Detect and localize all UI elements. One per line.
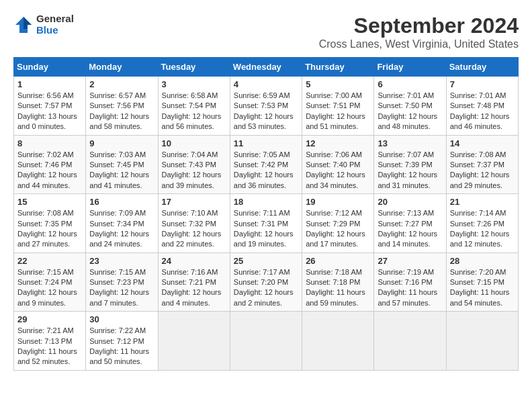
day-number: 16: [89, 197, 154, 207]
day-number: 18: [234, 197, 298, 207]
svg-marker-1: [24, 17, 32, 29]
day-number: 21: [450, 197, 515, 207]
calendar-cell: 1Sunrise: 6:56 AMSunset: 7:57 PMDaylight…: [14, 77, 86, 136]
page-subtitle: Cross Lanes, West Virginia, United State…: [319, 38, 519, 50]
calendar-cell: 14Sunrise: 7:08 AMSunset: 7:37 PMDayligh…: [446, 135, 518, 194]
calendar-cell: 13Sunrise: 7:07 AMSunset: 7:39 PMDayligh…: [374, 135, 446, 194]
day-info: Sunrise: 7:06 AMSunset: 7:40 PMDaylight:…: [306, 150, 370, 191]
day-number: 19: [306, 197, 370, 207]
day-info: Sunrise: 7:10 AMSunset: 7:32 PMDaylight:…: [162, 208, 226, 250]
calendar-cell: 10Sunrise: 7:04 AMSunset: 7:43 PMDayligh…: [158, 135, 230, 194]
calendar-cell: [374, 312, 446, 371]
day-number: 3: [162, 79, 226, 89]
header-cell-monday: Monday: [86, 58, 158, 77]
calendar-cell: 24Sunrise: 7:16 AMSunset: 7:21 PMDayligh…: [158, 253, 230, 312]
day-info: Sunrise: 7:22 AMSunset: 7:12 PMDaylight:…: [89, 326, 154, 367]
calendar-body: 1Sunrise: 6:56 AMSunset: 7:57 PMDaylight…: [14, 77, 519, 371]
day-number: 8: [17, 138, 82, 148]
header-row: SundayMondayTuesdayWednesdayThursdayFrid…: [14, 58, 519, 77]
calendar-cell: 21Sunrise: 7:14 AMSunset: 7:26 PMDayligh…: [446, 194, 518, 253]
calendar-cell: [446, 312, 518, 371]
calendar-cell: 22Sunrise: 7:15 AMSunset: 7:24 PMDayligh…: [14, 253, 86, 312]
calendar-week-2: 8Sunrise: 7:02 AMSunset: 7:46 PMDaylight…: [14, 135, 519, 194]
logo-general-text: General: [36, 13, 74, 25]
calendar-cell: 15Sunrise: 7:08 AMSunset: 7:35 PMDayligh…: [14, 194, 86, 253]
logo-icon: [13, 15, 34, 35]
day-info: Sunrise: 7:04 AMSunset: 7:43 PMDaylight:…: [162, 150, 226, 191]
day-number: 20: [378, 197, 442, 207]
day-info: Sunrise: 7:07 AMSunset: 7:39 PMDaylight:…: [378, 150, 442, 191]
header-cell-tuesday: Tuesday: [158, 58, 230, 77]
calendar-week-4: 22Sunrise: 7:15 AMSunset: 7:24 PMDayligh…: [14, 253, 519, 312]
calendar-cell: [158, 312, 230, 371]
day-info: Sunrise: 7:20 AMSunset: 7:15 PMDaylight:…: [450, 267, 515, 309]
day-info: Sunrise: 7:21 AMSunset: 7:13 PMDaylight:…: [17, 326, 82, 367]
header-cell-friday: Friday: [374, 58, 446, 77]
day-info: Sunrise: 7:09 AMSunset: 7:34 PMDaylight:…: [89, 208, 154, 250]
header-cell-saturday: Saturday: [446, 58, 518, 77]
header-cell-thursday: Thursday: [302, 58, 374, 77]
calendar-header: SundayMondayTuesdayWednesdayThursdayFrid…: [14, 58, 519, 77]
day-number: 11: [234, 138, 298, 148]
calendar-cell: 25Sunrise: 7:17 AMSunset: 7:20 PMDayligh…: [230, 253, 302, 312]
day-info: Sunrise: 6:57 AMSunset: 7:56 PMDaylight:…: [89, 91, 154, 132]
day-info: Sunrise: 7:11 AMSunset: 7:31 PMDaylight:…: [234, 208, 298, 250]
page-title: September 2024: [319, 13, 519, 38]
day-info: Sunrise: 7:05 AMSunset: 7:42 PMDaylight:…: [234, 150, 298, 191]
day-info: Sunrise: 6:58 AMSunset: 7:54 PMDaylight:…: [162, 91, 226, 132]
calendar-cell: 5Sunrise: 7:00 AMSunset: 7:51 PMDaylight…: [302, 77, 374, 136]
day-info: Sunrise: 7:18 AMSunset: 7:18 PMDaylight:…: [306, 267, 370, 309]
day-number: 1: [17, 79, 82, 89]
day-number: 14: [450, 138, 515, 148]
day-info: Sunrise: 7:16 AMSunset: 7:21 PMDaylight:…: [162, 267, 226, 309]
calendar-cell: [230, 312, 302, 371]
header-cell-sunday: Sunday: [14, 58, 86, 77]
day-number: 23: [89, 256, 154, 266]
calendar-cell: 12Sunrise: 7:06 AMSunset: 7:40 PMDayligh…: [302, 135, 374, 194]
day-number: 10: [162, 138, 226, 148]
day-number: 17: [162, 197, 226, 207]
day-number: 4: [234, 79, 298, 89]
day-number: 22: [17, 256, 82, 266]
calendar-week-3: 15Sunrise: 7:08 AMSunset: 7:35 PMDayligh…: [14, 194, 519, 253]
calendar-cell: 19Sunrise: 7:12 AMSunset: 7:29 PMDayligh…: [302, 194, 374, 253]
day-number: 5: [306, 79, 370, 89]
title-area: September 2024 Cross Lanes, West Virgini…: [319, 13, 519, 50]
day-info: Sunrise: 7:19 AMSunset: 7:16 PMDaylight:…: [378, 267, 442, 309]
calendar-week-5: 29Sunrise: 7:21 AMSunset: 7:13 PMDayligh…: [14, 312, 519, 371]
day-info: Sunrise: 7:15 AMSunset: 7:23 PMDaylight:…: [89, 267, 154, 309]
day-number: 6: [378, 79, 442, 89]
day-info: Sunrise: 7:12 AMSunset: 7:29 PMDaylight:…: [306, 208, 370, 250]
calendar-cell: 2Sunrise: 6:57 AMSunset: 7:56 PMDaylight…: [86, 77, 158, 136]
day-info: Sunrise: 7:01 AMSunset: 7:48 PMDaylight:…: [450, 91, 515, 132]
calendar-cell: 20Sunrise: 7:13 AMSunset: 7:27 PMDayligh…: [374, 194, 446, 253]
calendar-cell: 3Sunrise: 6:58 AMSunset: 7:54 PMDaylight…: [158, 77, 230, 136]
calendar-cell: 9Sunrise: 7:03 AMSunset: 7:45 PMDaylight…: [86, 135, 158, 194]
day-number: 28: [450, 256, 515, 266]
calendar-cell: 11Sunrise: 7:05 AMSunset: 7:42 PMDayligh…: [230, 135, 302, 194]
day-number: 26: [306, 256, 370, 266]
logo: General Blue: [13, 13, 74, 36]
day-number: 12: [306, 138, 370, 148]
day-number: 2: [89, 79, 154, 89]
calendar-cell: 16Sunrise: 7:09 AMSunset: 7:34 PMDayligh…: [86, 194, 158, 253]
day-number: 15: [17, 197, 82, 207]
logo-blue-text: Blue: [36, 25, 74, 36]
day-number: 30: [89, 314, 154, 324]
day-number: 9: [89, 138, 154, 148]
header: General Blue September 2024 Cross Lanes,…: [13, 13, 519, 50]
day-info: Sunrise: 7:01 AMSunset: 7:50 PMDaylight:…: [378, 91, 442, 132]
calendar-cell: 30Sunrise: 7:22 AMSunset: 7:12 PMDayligh…: [86, 312, 158, 371]
calendar-cell: 4Sunrise: 6:59 AMSunset: 7:53 PMDaylight…: [230, 77, 302, 136]
day-number: 7: [450, 79, 515, 89]
calendar-cell: 28Sunrise: 7:20 AMSunset: 7:15 PMDayligh…: [446, 253, 518, 312]
day-info: Sunrise: 6:59 AMSunset: 7:53 PMDaylight:…: [234, 91, 298, 132]
day-info: Sunrise: 7:02 AMSunset: 7:46 PMDaylight:…: [17, 150, 82, 191]
day-info: Sunrise: 7:15 AMSunset: 7:24 PMDaylight:…: [17, 267, 82, 309]
calendar-table: SundayMondayTuesdayWednesdayThursdayFrid…: [13, 57, 519, 371]
calendar-cell: 7Sunrise: 7:01 AMSunset: 7:48 PMDaylight…: [446, 77, 518, 136]
calendar-cell: 17Sunrise: 7:10 AMSunset: 7:32 PMDayligh…: [158, 194, 230, 253]
calendar-cell: 27Sunrise: 7:19 AMSunset: 7:16 PMDayligh…: [374, 253, 446, 312]
day-info: Sunrise: 7:17 AMSunset: 7:20 PMDaylight:…: [234, 267, 298, 309]
calendar-cell: 8Sunrise: 7:02 AMSunset: 7:46 PMDaylight…: [14, 135, 86, 194]
